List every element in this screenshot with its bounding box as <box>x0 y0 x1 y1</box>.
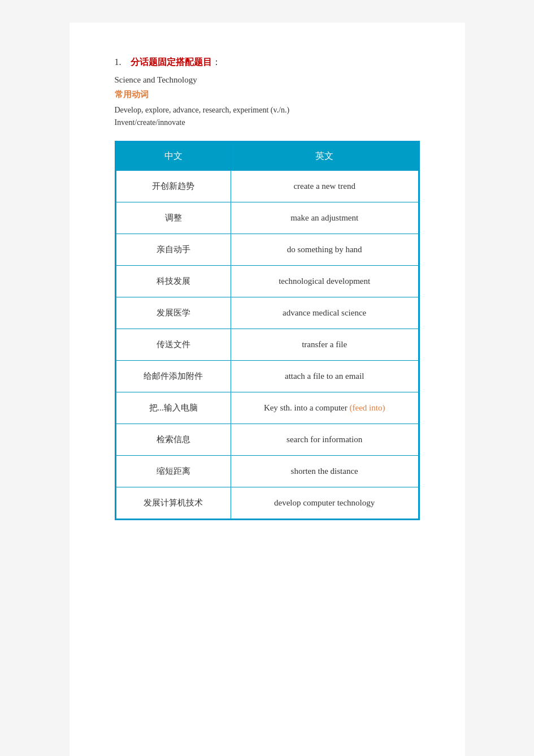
cell-en: search for information <box>231 424 418 456</box>
cell-en: technological development <box>231 266 418 297</box>
cell-en: develop computer technology <box>231 487 418 519</box>
cell-zh: 把...输入电脑 <box>116 392 231 424</box>
table-row: 开创新趋势create a new trend <box>116 171 418 202</box>
cell-zh: 调整 <box>116 202 231 234</box>
table-row: 亲自动手do something by hand <box>116 234 418 266</box>
vocabulary-table: 中文 英文 开创新趋势create a new trend调整make an a… <box>116 142 419 519</box>
cell-en: do something by hand <box>231 234 418 266</box>
cell-en: transfer a file <box>231 329 418 361</box>
cell-zh: 发展医学 <box>116 297 231 329</box>
header-en: 英文 <box>231 142 418 171</box>
table-row: 给邮件添加附件attach a file to an email <box>116 361 418 392</box>
table-row: 科技发展technological development <box>116 266 418 297</box>
cell-zh: 缩短距离 <box>116 456 231 487</box>
subtitle-en: Science and Technology <box>115 75 420 85</box>
cell-en: Key sth. into a computer (feed into) <box>231 392 418 424</box>
cell-en-highlight: (feed into) <box>350 403 385 412</box>
table-row: 调整make an adjustment <box>116 202 418 234</box>
verbs-line1: Develop, explore, advance, research, exp… <box>115 106 420 115</box>
table-row: 把...输入电脑Key sth. into a computer (feed i… <box>116 392 418 424</box>
cell-zh: 发展计算机技术 <box>116 487 231 519</box>
cell-zh: 传送文件 <box>116 329 231 361</box>
header-zh: 中文 <box>116 142 231 171</box>
cell-en: create a new trend <box>231 171 418 202</box>
table-row: 传送文件transfer a file <box>116 329 418 361</box>
cell-en: shorten the distance <box>231 456 418 487</box>
cell-en: attach a file to an email <box>231 361 418 392</box>
section-title-zh: 分话题固定搭配题目 <box>131 57 212 67</box>
table-row: 检索信息search for information <box>116 424 418 456</box>
verbs-line2: Invent/create/innovate <box>115 118 420 127</box>
section-number: 1. <box>115 57 121 67</box>
cell-en: advance medical science <box>231 297 418 329</box>
cell-zh: 开创新趋势 <box>116 171 231 202</box>
table-row: 发展计算机技术develop computer technology <box>116 487 418 519</box>
section-title: 1. 分话题固定搭配题目： <box>115 57 420 68</box>
cell-zh: 亲自动手 <box>116 234 231 266</box>
cell-zh: 检索信息 <box>116 424 231 456</box>
cell-en-normal: Key sth. into a computer <box>264 403 350 412</box>
chinese-category-label: 常用动词 <box>115 89 420 100</box>
page-container: 1. 分话题固定搭配题目： Science and Technology 常用动… <box>70 23 465 756</box>
cell-zh: 科技发展 <box>116 266 231 297</box>
table-header-row: 中文 英文 <box>116 142 418 171</box>
vocabulary-table-wrapper: 中文 英文 开创新趋势create a new trend调整make an a… <box>115 141 420 520</box>
cell-en: make an adjustment <box>231 202 418 234</box>
table-row: 发展医学advance medical science <box>116 297 418 329</box>
cell-zh: 给邮件添加附件 <box>116 361 231 392</box>
section-colon: ： <box>212 57 221 67</box>
table-row: 缩短距离shorten the distance <box>116 456 418 487</box>
